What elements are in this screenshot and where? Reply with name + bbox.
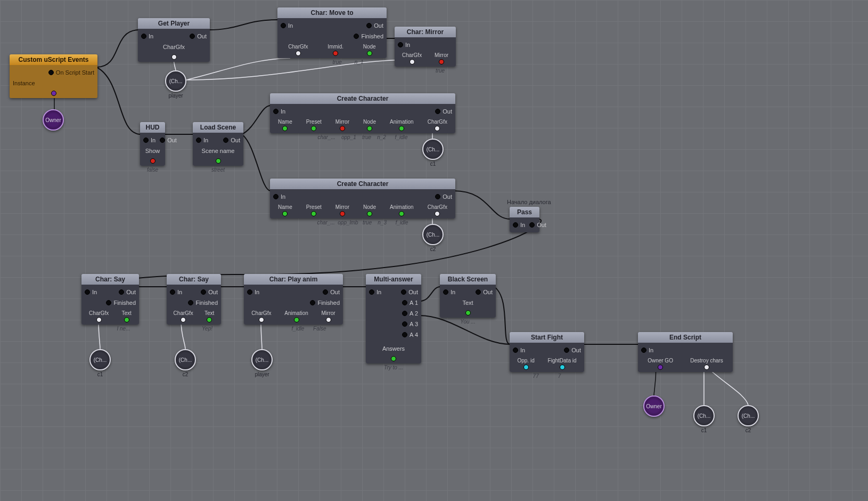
- blob-c1[interactable]: (Ch...c1: [422, 139, 444, 160]
- node-title: End Script: [638, 332, 733, 343]
- node-char-say-2[interactable]: Char: Say InOut Finished CharGfxText Yep…: [167, 274, 221, 325]
- node-black-screen[interactable]: Black Screen InOut Text You ...: [440, 274, 496, 318]
- blob-say2-c2[interactable]: (Ch...c2: [175, 349, 196, 370]
- node-char-move-to[interactable]: Char: Move to InOut Finished CharGfx Imm…: [277, 7, 387, 58]
- node-title: Black Screen: [440, 274, 496, 285]
- node-char-say-1[interactable]: Char: Say InOut Finished CharGfxText I n…: [81, 274, 139, 325]
- comment-dialog-start: Начало диалога: [507, 199, 551, 205]
- blob-end-owner[interactable]: Owner: [643, 395, 665, 417]
- blob-c2[interactable]: (Ch...c2: [422, 224, 444, 245]
- node-title: Start Fight: [510, 332, 584, 343]
- blob-end-c2[interactable]: (Ch...c2: [738, 405, 759, 426]
- node-title: Multi-answer: [366, 274, 421, 285]
- node-title: Create Character: [270, 179, 455, 189]
- node-title: Char: Say: [167, 274, 221, 285]
- node-end-script[interactable]: End Script In Owner GO Destroy chars: [638, 332, 733, 372]
- blob-end-c1[interactable]: (Ch...c1: [693, 405, 715, 426]
- node-title: Create Character: [270, 93, 455, 104]
- node-title: Char: Mirror: [395, 27, 456, 37]
- node-start-fight[interactable]: Start Fight InOut Opp. id FightData id 7…: [510, 332, 584, 372]
- node-pass[interactable]: Pass InOut: [510, 207, 539, 232]
- node-title: HUD: [140, 122, 165, 133]
- node-create-character-1[interactable]: Create Character InOut Name Preset Mirro…: [270, 93, 455, 133]
- blob-player[interactable]: (Ch...player: [165, 70, 186, 92]
- node-char-play-anim[interactable]: Char: Play anim InOut Finished CharGfx A…: [244, 274, 343, 325]
- blob-say1-c1[interactable]: (Ch...c1: [89, 349, 111, 370]
- node-multi-answer[interactable]: Multi-answer InOut A 1 A 2 A 3 A 4 Answe…: [366, 274, 421, 363]
- node-title: Get Player: [138, 18, 210, 29]
- node-title: Char: Play anim: [244, 274, 343, 285]
- node-title: Pass: [510, 207, 539, 217]
- node-title: Char: Move to: [277, 7, 387, 18]
- node-hud[interactable]: HUD InOut Show false: [140, 122, 165, 166]
- node-custom-uscript-events[interactable]: Custom uScript Events On Script Start In…: [10, 54, 97, 98]
- node-title: Custom uScript Events: [10, 54, 97, 65]
- node-get-player[interactable]: Get Player InOut CharGfx: [138, 18, 210, 62]
- node-title: Load Scene: [193, 122, 243, 133]
- node-char-mirror[interactable]: Char: Mirror In CharGfx Mirror true: [395, 27, 456, 67]
- node-create-character-2[interactable]: Create Character InOut Name Preset Mirro…: [270, 179, 455, 219]
- node-title: Char: Say: [81, 274, 139, 285]
- blob-owner[interactable]: Owner: [43, 109, 64, 131]
- blob-play-player[interactable]: (Ch...player: [251, 349, 273, 370]
- node-load-scene[interactable]: Load Scene InOut Scene name street: [193, 122, 243, 166]
